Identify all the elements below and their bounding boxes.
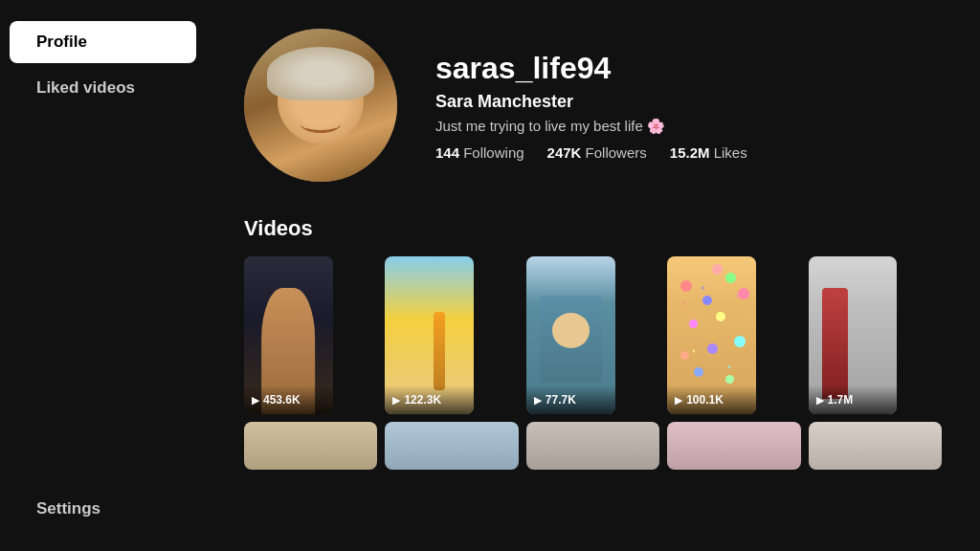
play-icon: ▶: [816, 394, 824, 407]
sidebar-item-liked-videos[interactable]: Liked videos: [10, 67, 196, 109]
video-overlay: ▶ 453.6K: [244, 386, 333, 414]
profile-header: saras_life94 Sara Manchester Just me try…: [244, 29, 942, 182]
play-icon: ▶: [252, 394, 259, 407]
video-card[interactable]: ▶ 77.7K: [526, 256, 615, 414]
videos-section: Videos ▶ 453.6K ▶ 122.3K: [244, 216, 942, 470]
video-views: 453.6K: [263, 393, 301, 407]
stat-following: 144 Following: [435, 144, 524, 161]
bio-emoji: 🌸: [647, 118, 665, 135]
video-overlay: ▶ 1.7M: [809, 386, 898, 414]
video-card[interactable]: [385, 422, 518, 470]
play-icon: ▶: [534, 394, 542, 407]
sidebar-item-profile[interactable]: Profile: [10, 21, 196, 63]
stat-followers: 247K Followers: [547, 144, 647, 161]
videos-second-row: [244, 422, 942, 470]
play-icon: ▶: [392, 394, 400, 407]
videos-section-title: Videos: [244, 216, 942, 241]
profile-bio: Just me trying to live my best life 🌸: [435, 118, 747, 135]
profile-username: saras_life94: [435, 51, 747, 86]
main-content: saras_life94 Sara Manchester Just me try…: [206, 0, 980, 551]
video-overlay: ▶ 122.3K: [385, 386, 474, 414]
video-card[interactable]: ▶ 122.3K: [385, 256, 474, 414]
video-card[interactable]: [667, 422, 800, 470]
video-views: 1.7M: [828, 393, 854, 407]
video-views: 122.3K: [404, 393, 441, 407]
video-views: 100.1K: [686, 393, 724, 407]
profile-stats: 144 Following 247K Followers 15.2M Likes: [435, 144, 747, 161]
profile-displayname: Sara Manchester: [435, 92, 747, 112]
avatar: [244, 29, 397, 182]
stat-likes: 15.2M Likes: [670, 144, 747, 161]
video-views: 77.7K: [546, 393, 576, 407]
video-card[interactable]: ▶ 1.7M: [809, 256, 898, 414]
profile-info: saras_life94 Sara Manchester Just me try…: [435, 51, 747, 161]
video-overlay: ▶ 100.1K: [667, 386, 756, 414]
avatar-image: [244, 29, 397, 182]
video-card[interactable]: ▶ 453.6K: [244, 256, 333, 414]
video-card[interactable]: [244, 422, 377, 470]
videos-grid: ▶ 453.6K ▶ 122.3K ▶: [244, 256, 942, 414]
video-card[interactable]: ▶ 100.1K: [667, 256, 756, 414]
play-icon: ▶: [675, 394, 682, 407]
video-card[interactable]: [809, 422, 942, 470]
video-card[interactable]: [526, 422, 659, 470]
sidebar: Profile Liked videos Settings: [0, 0, 206, 551]
video-overlay: ▶ 77.7K: [526, 386, 615, 414]
sidebar-item-settings[interactable]: Settings: [10, 488, 196, 530]
